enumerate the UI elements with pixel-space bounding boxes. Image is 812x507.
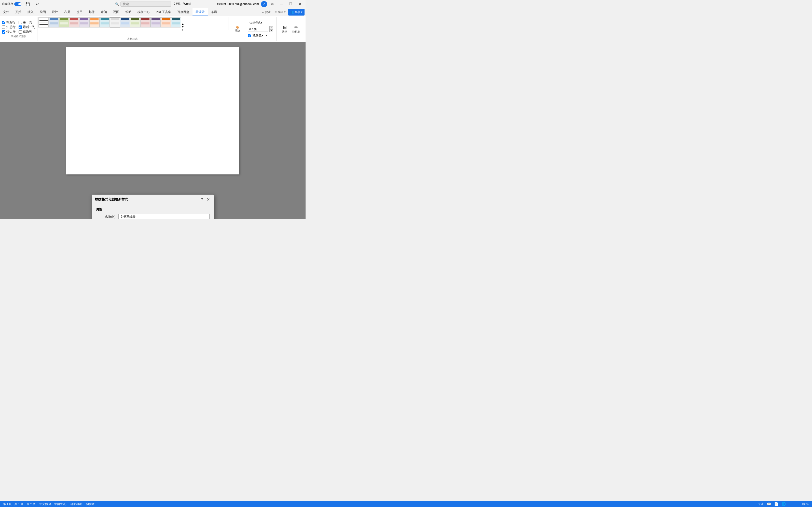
pen-color-row: 笔颜色▾ ▾: [248, 33, 269, 38]
style-item-13[interactable]: [161, 17, 171, 27]
create-style-dialog: 根据格式化创建新样式 ? ✕ 属性 名称(N): 样式类型(I):: [92, 194, 214, 219]
svg-rect-16: [80, 20, 89, 22]
svg-rect-35: [131, 18, 139, 20]
dialog-help-button[interactable]: ?: [199, 197, 205, 202]
tab-review[interactable]: 审阅: [98, 8, 110, 16]
svg-rect-24: [101, 20, 109, 22]
svg-rect-45: [152, 22, 160, 24]
style-item-4[interactable]: [69, 17, 79, 27]
style-item-3[interactable]: [59, 17, 69, 27]
tab-home[interactable]: 开始: [12, 8, 24, 16]
pen-color-checkbox[interactable]: [248, 34, 251, 37]
style-item-2[interactable]: [49, 17, 59, 27]
style-item-5[interactable]: [79, 17, 90, 27]
border-painter-button[interactable]: ✏ 边框刷: [291, 23, 301, 35]
svg-rect-41: [141, 22, 150, 24]
search-icon: 🔍: [115, 2, 119, 6]
checkbox-total-row[interactable]: 汇总行: [2, 25, 15, 29]
pen-color-button[interactable]: ▾: [264, 33, 269, 38]
tab-table-layout[interactable]: 布局: [208, 8, 220, 16]
thickness-down[interactable]: ▼: [270, 29, 273, 32]
style-item-8[interactable]: [110, 17, 120, 27]
tab-draw[interactable]: 绘图: [37, 8, 49, 16]
style-item-11[interactable]: [140, 17, 151, 27]
gallery-scroll-up[interactable]: ▲: [182, 23, 184, 25]
checkbox-header-row[interactable]: 标题行: [2, 20, 15, 24]
title-bar-right: zlc18992091784@outlook.com Z ✏ ─ ❐ ✕: [217, 1, 303, 7]
style-item-14[interactable]: [171, 17, 180, 27]
style-item-12[interactable]: [151, 17, 161, 27]
svg-rect-39: [141, 18, 150, 20]
checkbox-first-col[interactable]: 第一列: [18, 20, 32, 24]
minimize-button[interactable]: ─: [278, 1, 285, 7]
svg-rect-50: [162, 24, 170, 26]
title-bar-center: 🔍 文档1 - Word: [115, 2, 191, 7]
style-item-10[interactable]: [130, 17, 140, 27]
tab-mailings[interactable]: 邮件: [85, 8, 98, 16]
border-styles-button[interactable]: 边框样式▾: [248, 20, 264, 25]
search-input[interactable]: [120, 2, 171, 7]
pen-icon[interactable]: ✏: [269, 1, 276, 7]
svg-rect-49: [162, 22, 170, 24]
svg-rect-13: [70, 22, 78, 24]
tab-table-design[interactable]: 表设计: [192, 8, 208, 16]
table-style-options-label: 表格样式选项: [2, 35, 35, 38]
svg-rect-23: [101, 18, 109, 20]
shading-button[interactable]: 🎨 底纹: [232, 25, 243, 33]
autosave-label: 自动保存: [2, 2, 13, 6]
tab-insert[interactable]: 插入: [24, 8, 37, 16]
checkbox-banded-cols[interactable]: 镶边列: [18, 30, 32, 34]
svg-rect-30: [111, 24, 119, 26]
svg-rect-18: [80, 24, 89, 26]
tab-pdf[interactable]: PDF工具集: [153, 8, 174, 16]
dialog-close-button[interactable]: ✕: [206, 197, 211, 202]
dialog-title-buttons: ? ✕: [199, 197, 211, 202]
border-button[interactable]: ⊞ 边框: [280, 23, 290, 35]
comment-button[interactable]: 🗨 批注: [260, 9, 272, 15]
autosave-toggle[interactable]: 自动保存: [2, 2, 21, 6]
autosave-switch[interactable]: [14, 2, 21, 6]
border-thickness-input[interactable]: 0.5 磅: [248, 27, 268, 32]
share-button[interactable]: 👥 共享 ▾: [288, 9, 304, 15]
tab-file[interactable]: 文件: [0, 8, 12, 16]
avatar[interactable]: Z: [261, 1, 267, 7]
checkbox-banded-rows[interactable]: 镶边行: [2, 30, 15, 34]
properties-section-title: 属性: [96, 207, 210, 212]
tab-design[interactable]: 设计: [49, 8, 61, 16]
style-item-9[interactable]: [120, 17, 130, 27]
tab-template[interactable]: 模板中心: [134, 8, 153, 16]
svg-rect-52: [172, 20, 180, 22]
name-input[interactable]: [118, 214, 210, 219]
dialog-title: 根据格式化创建新样式: [95, 197, 128, 202]
undo-button[interactable]: ↩: [34, 1, 41, 7]
thickness-up[interactable]: ▲: [270, 26, 273, 29]
tab-layout[interactable]: 布局: [61, 8, 73, 16]
svg-rect-9: [60, 22, 68, 24]
svg-rect-32: [121, 20, 129, 22]
save-button[interactable]: 💾: [23, 1, 32, 7]
document-area: 根据格式化创建新样式 ? ✕ 属性 名称(N): 样式类型(I):: [0, 42, 305, 219]
close-button[interactable]: ✕: [296, 1, 303, 7]
style-item-7[interactable]: [100, 17, 110, 27]
dialog-overlay: 根据格式化创建新样式 ? ✕ 属性 名称(N): 样式类型(I):: [0, 42, 305, 219]
tab-view[interactable]: 视图: [110, 8, 122, 16]
tab-references[interactable]: 引用: [73, 8, 85, 16]
svg-rect-29: [111, 22, 119, 24]
checkbox-last-col[interactable]: 最后一列: [18, 25, 35, 29]
gallery-expand[interactable]: ▾: [182, 29, 184, 31]
doc-title: 文档1 - Word: [173, 2, 191, 6]
restore-button[interactable]: ❐: [287, 1, 294, 7]
svg-rect-42: [141, 24, 150, 26]
svg-rect-33: [121, 22, 129, 24]
gallery-scroll-down[interactable]: ▼: [182, 26, 184, 28]
svg-rect-3: [50, 18, 58, 20]
tab-help[interactable]: 帮助: [122, 8, 134, 16]
style-item-6[interactable]: [90, 17, 100, 27]
svg-rect-34: [121, 24, 129, 26]
svg-rect-25: [101, 22, 109, 24]
name-row: 名称(N):: [96, 214, 210, 219]
edit-button[interactable]: ✏ 编辑 ▾: [273, 9, 287, 15]
svg-rect-37: [131, 22, 139, 24]
style-item-1[interactable]: [39, 17, 49, 27]
tab-baidu[interactable]: 百度网盘: [174, 8, 192, 16]
